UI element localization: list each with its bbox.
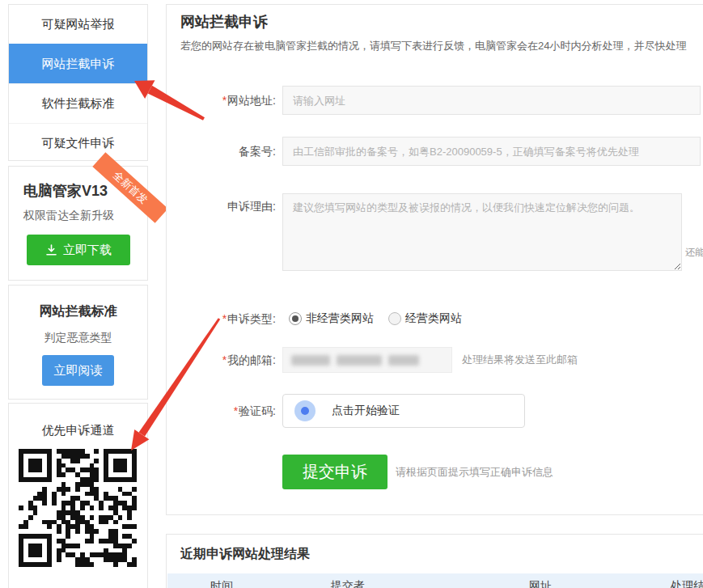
download-icon: [45, 244, 57, 256]
priority-channel-title: 优先申诉通道: [9, 423, 147, 438]
radio-label: 经营类网站: [405, 311, 462, 326]
icp-number-input[interactable]: [282, 137, 701, 166]
block-standard-subtitle: 判定恶意类型: [9, 331, 147, 345]
radio-selected-icon[interactable]: [289, 312, 302, 325]
qr-code: [19, 449, 137, 567]
required-mark: *: [234, 404, 238, 417]
site-url-row: *网站地址:: [167, 86, 703, 115]
appeal-type-row: *申诉类型: 非经营类网站 经营类网站: [167, 311, 703, 327]
column-header-submitter: 提交者: [331, 579, 365, 588]
email-row: *我的邮箱: 处理结果将发送至此邮箱: [167, 347, 703, 373]
appeal-reason-label: 申诉理由:: [167, 193, 276, 271]
block-standard-card: 网站拦截标准 判定恶意类型 立即阅读: [8, 285, 148, 400]
priority-channel-card: 优先申诉通道: [8, 403, 148, 588]
sidebar-item-software-block-standard[interactable]: 软件拦截标准: [9, 83, 147, 123]
appeal-reason-row: 申诉理由:: [167, 193, 703, 271]
captcha-dot-icon: [294, 400, 316, 421]
required-mark: *: [222, 94, 227, 107]
sidebar-item-report-suspicious-site[interactable]: 可疑网站举报: [9, 5, 147, 44]
page-description: 若您的网站存在被电脑管家拦截的情况，请填写下表进行反馈，电脑管家会在24小时内分…: [180, 39, 703, 53]
icp-number-row: 备案号:: [167, 137, 703, 166]
email-field[interactable]: [282, 347, 452, 373]
sidebar-menu: 可疑网站举报 网站拦截申诉 软件拦截标准 可疑文件申诉: [8, 4, 148, 161]
char-counter: 还能输: [685, 246, 703, 260]
page-title: 网站拦截申诉: [180, 12, 268, 32]
promo-subtitle: 权限雷达全新升级: [23, 209, 114, 223]
captcha-row: *验证码: 点击开始验证: [167, 394, 703, 428]
captcha-widget[interactable]: 点击开始验证: [282, 394, 525, 428]
radio-non-commercial-site[interactable]: 非经营类网站: [289, 311, 374, 326]
required-mark: *: [222, 353, 227, 366]
results-table-header: 时间 提交者 网址 处理结果: [167, 573, 703, 588]
results-title: 近期申诉网站处理结果: [180, 546, 310, 563]
radio-commercial-site[interactable]: 经营类网站: [388, 311, 462, 326]
column-header-url: 网址: [529, 579, 552, 588]
icp-number-label: 备案号:: [167, 137, 276, 166]
sidebar-item-suspicious-file-appeal[interactable]: 可疑文件申诉: [9, 123, 147, 163]
radio-unselected-icon[interactable]: [388, 312, 401, 325]
submit-row: 提交申诉 请根据页面提示填写正确申诉信息: [167, 455, 703, 489]
site-url-input[interactable]: [282, 86, 701, 115]
appeal-type-options: 非经营类网站 经营类网站: [289, 311, 462, 327]
submit-appeal-button[interactable]: 提交申诉: [282, 455, 387, 489]
redacted-email-segment: [291, 355, 330, 366]
sidebar-item-site-block-appeal[interactable]: 网站拦截申诉: [9, 44, 147, 83]
read-now-button[interactable]: 立即阅读: [42, 355, 114, 386]
appeal-form-panel: 网站拦截申诉 若您的网站存在被电脑管家拦截的情况，请填写下表进行反馈，电脑管家会…: [166, 4, 703, 515]
promo-title: 电脑管家V13: [23, 181, 108, 201]
appeal-reason-textarea[interactable]: [282, 193, 682, 271]
email-hint: 处理结果将发送至此邮箱: [462, 347, 578, 373]
submit-hint: 请根据页面提示填写正确申诉信息: [396, 455, 553, 489]
results-panel: 近期申诉网站处理结果 时间 提交者 网址 处理结果: [166, 534, 703, 588]
redacted-email-segment: [337, 355, 382, 366]
promo-card: 全新首发 电脑管家V13 权限雷达全新升级 立即下载: [8, 166, 148, 281]
email-label: *我的邮箱:: [167, 347, 276, 373]
block-standard-title: 网站拦截标准: [9, 303, 147, 320]
site-url-label: *网站地址:: [167, 86, 276, 115]
download-button-label: 立即下载: [63, 243, 112, 258]
radio-label: 非经营类网站: [306, 311, 374, 326]
redacted-email-segment: [388, 355, 419, 366]
captcha-label: *验证码:: [167, 394, 276, 428]
column-header-time: 时间: [210, 579, 233, 588]
download-button[interactable]: 立即下载: [27, 235, 130, 265]
required-mark: *: [222, 312, 227, 325]
column-header-result: 处理结果: [671, 579, 703, 588]
captcha-text: 点击开始验证: [332, 404, 400, 418]
appeal-type-label: *申诉类型:: [167, 311, 276, 327]
